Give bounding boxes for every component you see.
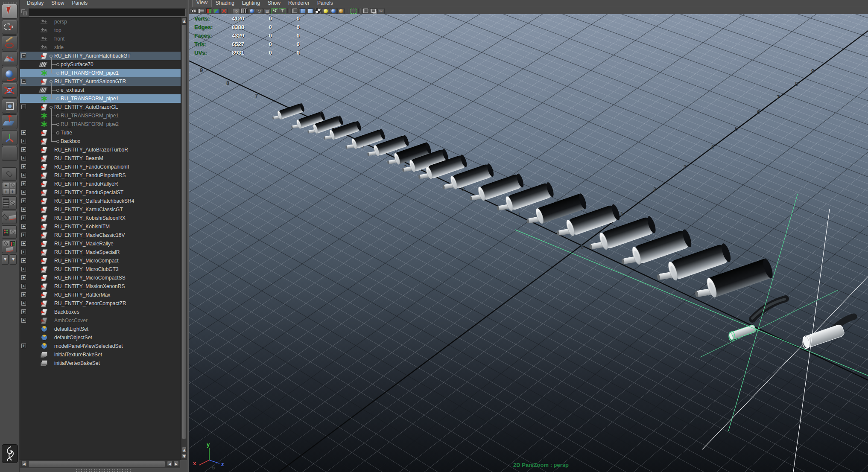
film-gate-icon[interactable]	[240, 8, 248, 14]
expand-toggle[interactable]: +	[21, 301, 26, 306]
image-plane-icon[interactable]	[213, 8, 220, 14]
outliner-row[interactable]: RU_TRANSFORM_pipe1	[20, 111, 181, 120]
scroll-right-button[interactable]: ▶	[173, 461, 179, 466]
pane-menu-left-dropdown[interactable]: ▼	[2, 254, 9, 265]
filter-icon[interactable]	[21, 9, 28, 16]
outliner-row[interactable]: +Backbox	[20, 137, 181, 146]
outliner-row[interactable]: defaultLightSet	[20, 325, 181, 333]
expand-toggle[interactable]: +	[21, 233, 26, 237]
outliner-row[interactable]: +RU_ENTITY_MaxleClassic16V	[20, 231, 181, 239]
marquee-select-icon[interactable]	[350, 8, 357, 14]
expand-toggle[interactable]: +	[21, 147, 26, 152]
outliner-horizontal-scrollbar[interactable]: ◀ ◀ ▶	[20, 460, 180, 468]
horizontal-scroll-thumb[interactable]	[28, 461, 165, 467]
outliner-row[interactable]: e_exhaust	[20, 86, 181, 94]
pane-menu-right-dropdown[interactable]: ▼	[10, 254, 17, 265]
scroll-up-button2[interactable]: ▲	[182, 447, 187, 452]
camera-attributes-icon[interactable]	[197, 8, 205, 14]
outliner-row[interactable]: persp	[20, 17, 181, 26]
default-material-icon[interactable]	[291, 8, 298, 14]
scroll-left-button[interactable]: ◀	[21, 461, 27, 466]
expand-toggle[interactable]: +	[21, 156, 26, 160]
expand-toggle[interactable]: +	[21, 267, 26, 271]
outliner-row[interactable]: defaultObjectSet	[20, 333, 181, 342]
expand-toggle[interactable]: +	[21, 318, 26, 323]
expand-toggle[interactable]: +	[21, 130, 26, 135]
outliner-row[interactable]: +RU_ENTITY_BeamM	[20, 154, 181, 163]
outliner-row[interactable]: +RU_ENTITY_MicroCompact	[20, 256, 181, 265]
outliner-row[interactable]: +RU_ENTITY_MicroClubGT3	[20, 265, 181, 274]
duplicate-view-icon[interactable]	[370, 8, 377, 14]
outliner-row[interactable]: RU_TRANSFORM_pipe1	[20, 69, 181, 77]
bookmark-icon[interactable]	[205, 8, 212, 14]
outliner-row[interactable]: +RU_ENTITY_KobishiTM	[20, 222, 181, 231]
expand-toggle[interactable]: +	[21, 344, 26, 348]
scale-tool[interactable]	[2, 83, 18, 98]
shaded-dots-icon[interactable]	[271, 8, 278, 14]
outliner-row[interactable]: +modelPanel4ViewSelectedSet	[20, 342, 181, 350]
collapse-toggle[interactable]: −	[21, 105, 26, 109]
persp-graph-layout-button[interactable]	[2, 211, 17, 224]
outliner-row[interactable]: −RU_ENTITY_AuroriHatchbackGT	[20, 52, 181, 60]
flat-shade-icon[interactable]: ○	[256, 8, 263, 14]
viewport-menu-show[interactable]: Show	[264, 0, 284, 7]
outliner-vertical-scrollbar[interactable]: ▲ ▲ ▼	[181, 17, 187, 460]
select-tool[interactable]	[2, 4, 18, 19]
last-tool-tool[interactable]	[2, 146, 18, 161]
universal-manipulator-tool[interactable]	[2, 99, 18, 114]
gold-light-icon[interactable]	[337, 8, 345, 14]
outliner-menu-show[interactable]: Show	[47, 0, 68, 7]
expand-toggle[interactable]: +	[21, 292, 26, 297]
pivot-icon[interactable]	[220, 8, 228, 14]
outliner-row[interactable]: +RU_ENTITY_ZenorCompactZR	[20, 299, 181, 308]
panel-resize-grip[interactable]	[75, 469, 131, 472]
expand-toggle[interactable]: +	[21, 275, 26, 280]
expand-toggle[interactable]: +	[21, 224, 26, 229]
single-pane-layout-button[interactable]	[2, 167, 17, 181]
expand-toggle[interactable]: +	[21, 241, 26, 246]
viewport-background[interactable]	[189, 14, 868, 472]
expand-toggle[interactable]: +	[21, 284, 26, 288]
scroll-down-button[interactable]: ▼	[182, 453, 187, 459]
camera-icon[interactable]	[190, 8, 197, 14]
light-cube-icon[interactable]	[307, 8, 314, 14]
outliner-row[interactable]: +RU_ENTITY_RattlerMax	[20, 291, 181, 299]
checker-ball-icon[interactable]	[314, 8, 321, 14]
expand-toggle[interactable]: +	[21, 309, 26, 314]
viewport-menu-lighting[interactable]: Lighting	[238, 0, 264, 7]
split-view-icon[interactable]: ✂	[377, 8, 385, 14]
expand-toggle[interactable]: +	[21, 190, 26, 195]
outliner-row[interactable]: +RU_ENTITY_FanduSpecialST	[20, 188, 181, 197]
toolbox-grip[interactable]	[2, 1, 18, 4]
viewport-3d-canvas[interactable]: 9876543210123456789-5xyz2D Pan/Zoom : pe…	[189, 14, 868, 472]
expand-toggle[interactable]: +	[21, 139, 26, 143]
outliner-row[interactable]: +RU_ENTITY_FanduRallyeR	[20, 180, 181, 188]
outliner-row[interactable]: +RU_ENTITY_MicroCompactSS	[20, 274, 181, 282]
outliner-row[interactable]: top	[20, 26, 181, 35]
expand-toggle[interactable]: +	[21, 164, 26, 169]
xray-icon[interactable]: ▨	[263, 8, 271, 14]
viewport-menu-renderer[interactable]: Renderer	[284, 0, 313, 7]
viewport-menu-view[interactable]: View	[192, 0, 212, 7]
hypershade-persp-layout-button[interactable]	[2, 225, 17, 239]
outliner-row[interactable]: +RU_ENTITY_KarnuClassicGT	[20, 205, 181, 214]
outliner-menu-display[interactable]: Display	[23, 0, 47, 7]
outliner-row[interactable]: side	[20, 43, 181, 52]
scroll-left-button2[interactable]: ◀	[167, 461, 172, 466]
textured-icon[interactable]: T	[279, 8, 286, 14]
collapse-toggle[interactable]: −	[21, 79, 26, 84]
expand-toggle[interactable]: +	[21, 181, 26, 186]
outliner-row[interactable]: front	[20, 35, 181, 43]
rotate-tool[interactable]	[2, 67, 18, 82]
vertical-scroll-thumb[interactable]	[182, 24, 186, 439]
expand-toggle[interactable]: +	[21, 198, 26, 203]
collapse-toggle[interactable]: −	[21, 53, 26, 58]
outliner-persp-layout-button[interactable]	[2, 196, 17, 210]
persp-graph-outliner-layout-button[interactable]	[2, 240, 17, 253]
expand-toggle[interactable]: +	[21, 216, 26, 220]
solid-cube-icon[interactable]	[299, 8, 306, 14]
outliner-row[interactable]: +RU_ENTITY_FanduCompanionII	[20, 163, 181, 171]
outliner-search-input[interactable]	[29, 9, 186, 17]
expand-toggle[interactable]: +	[21, 250, 26, 254]
outliner-row[interactable]: polySurface70	[20, 60, 181, 69]
